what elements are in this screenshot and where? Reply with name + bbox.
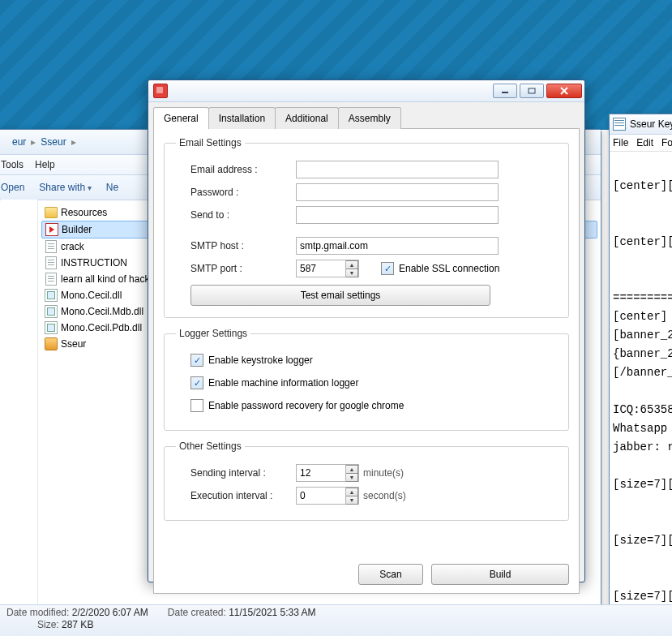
tab-general[interactable]: General — [153, 107, 209, 129]
menu-help[interactable]: Help — [35, 159, 55, 170]
explorer-nav-pane[interactable] — [1, 200, 38, 621]
dll-icon — [45, 305, 58, 318]
minimize-button[interactable] — [493, 84, 517, 98]
enable-password-recovery-label: Enable password recovery for google chro… — [208, 400, 404, 411]
svg-rect-1 — [529, 88, 535, 93]
smtp-host-input[interactable] — [296, 237, 499, 255]
test-email-button[interactable]: Test email settings — [190, 285, 490, 306]
execution-interval-label: Execution interval : — [176, 490, 296, 501]
breadcrumb-segment[interactable]: Sseur — [37, 136, 69, 148]
tab-page-general: Email Settings Email address : Password … — [153, 128, 580, 594]
date-modified-value: 2/2/2020 6:07 AM — [72, 607, 148, 618]
send-to-label: Send to : — [176, 209, 296, 221]
scan-button[interactable]: Scan — [358, 564, 423, 585]
date-created-label: Date created: — [168, 607, 229, 618]
tab-installation[interactable]: Installation — [208, 107, 276, 129]
notepad-title: Sseur Keyl — [630, 118, 672, 130]
send-to-input[interactable] — [296, 206, 499, 224]
email-address-label: Email address : — [176, 164, 296, 175]
app-icon — [153, 84, 168, 98]
close-button[interactable] — [546, 84, 582, 98]
notepad-text-area[interactable]: [center][i [center][b ========== [center… — [610, 152, 672, 636]
explorer-status-bar: Date modified: 2/2/2020 6:07 AM Size: 28… — [0, 604, 672, 636]
text-file-icon — [45, 256, 58, 269]
date-created-value: 11/15/2021 5:33 AM — [229, 607, 315, 618]
toolbar-share-with[interactable]: Share with — [39, 182, 91, 193]
build-button[interactable]: Build — [431, 564, 569, 585]
password-input[interactable] — [296, 183, 499, 201]
enable-ssl-label: Enable SSL connection — [399, 263, 499, 274]
date-modified-label: Date modified: — [6, 607, 72, 618]
exe-icon — [45, 337, 58, 350]
tab-assembly[interactable]: Assembly — [338, 107, 401, 129]
logger-settings-legend: Logger Settings — [176, 328, 250, 339]
text-file-icon — [45, 240, 58, 253]
tab-strip: General Installation Additional Assembly — [153, 107, 580, 129]
spin-up-icon: ▲ — [346, 465, 358, 473]
dll-icon — [45, 321, 58, 334]
email-settings-legend: Email Settings — [176, 137, 245, 148]
enable-password-recovery-checkbox[interactable] — [190, 399, 203, 412]
enable-machine-info-checkbox[interactable] — [190, 376, 203, 389]
other-settings-group: Other Settings Sending interval : ▲▼ min… — [164, 440, 569, 521]
seconds-unit: second(s) — [363, 490, 406, 501]
notepad-menu-bar: File Edit Fo — [610, 135, 672, 152]
minutes-unit: minute(s) — [363, 467, 404, 479]
notepad-titlebar[interactable]: Sseur Keyl — [610, 114, 672, 135]
menu-file[interactable]: File — [613, 137, 628, 148]
notepad-icon — [613, 118, 626, 131]
chevron-right-icon: ▸ — [70, 136, 78, 148]
enable-machine-info-label: Enable machine information logger — [208, 377, 358, 389]
text-file-icon — [45, 273, 58, 286]
password-label: Password : — [176, 187, 296, 198]
sending-interval-spinner[interactable]: ▲▼ — [345, 465, 358, 482]
sending-interval-label: Sending interval : — [176, 467, 296, 479]
spin-up-icon: ▲ — [346, 260, 358, 269]
builder-dialog: General Installation Additional Assembly… — [148, 80, 585, 582]
maximize-button[interactable] — [520, 84, 544, 98]
email-address-input[interactable] — [296, 161, 499, 178]
toolbar-open[interactable]: Open — [1, 182, 24, 193]
tab-additional[interactable]: Additional — [275, 107, 339, 129]
builder-icon — [45, 223, 58, 236]
smtp-port-label: SMTP port : — [176, 263, 296, 274]
enable-ssl-checkbox[interactable] — [381, 262, 394, 275]
chevron-right-icon: ▸ — [29, 136, 37, 148]
spin-down-icon: ▼ — [346, 269, 358, 277]
smtp-host-label: SMTP host : — [176, 240, 296, 251]
logger-settings-group: Logger Settings Enable keystroke logger … — [164, 328, 569, 431]
spin-down-icon: ▼ — [346, 473, 358, 482]
toolbar-new[interactable]: Ne — [106, 182, 118, 193]
dialog-titlebar[interactable] — [148, 80, 584, 102]
menu-edit[interactable]: Edit — [636, 137, 653, 148]
menu-tools[interactable]: Tools — [1, 159, 24, 170]
other-settings-legend: Other Settings — [176, 440, 245, 452]
execution-interval-spinner[interactable]: ▲▼ — [345, 488, 358, 505]
smtp-port-spinner[interactable]: ▲▼ — [345, 260, 358, 277]
email-settings-group: Email Settings Email address : Password … — [164, 137, 569, 318]
notepad-window: Sseur Keyl File Edit Fo [center][i [cent… — [609, 114, 672, 610]
dll-icon — [45, 289, 58, 302]
spin-down-icon: ▼ — [346, 496, 358, 505]
breadcrumb-segment[interactable]: eur — [9, 136, 29, 148]
enable-keystroke-label: Enable keystroke logger — [208, 355, 313, 366]
size-value: 287 KB — [62, 619, 93, 630]
folder-icon — [45, 206, 58, 219]
menu-format[interactable]: Fo — [661, 137, 672, 148]
enable-keystroke-checkbox[interactable] — [190, 354, 203, 367]
size-label: Size: — [37, 619, 62, 630]
spin-up-icon: ▲ — [346, 488, 358, 496]
